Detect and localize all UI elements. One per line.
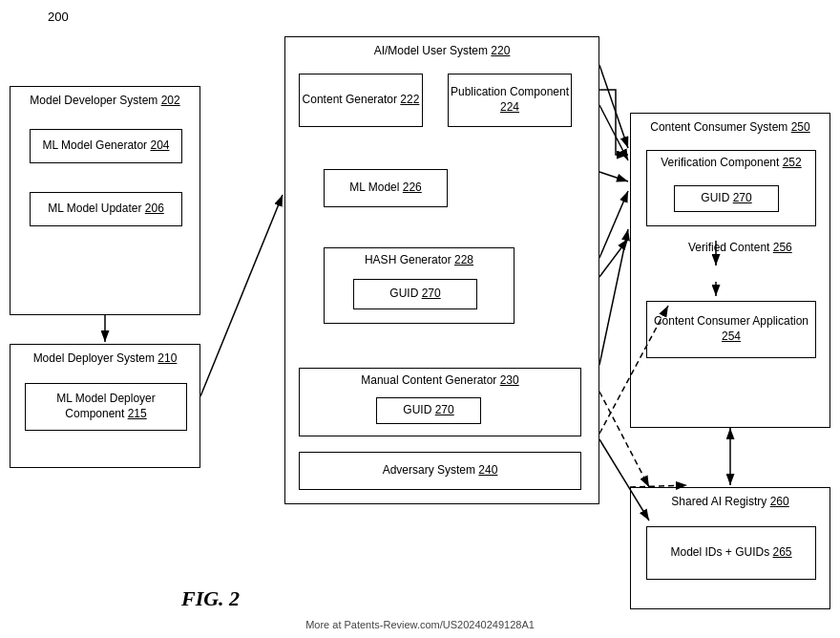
ml-model-updater-label: ML Model Updater 206	[48, 202, 164, 217]
ml-model-box: ML Model 226	[324, 169, 448, 207]
guid-verification-label: GUID 270	[701, 191, 751, 206]
verified-content-label: Verified Content 256	[688, 240, 792, 256]
model-ids-guids-label: Model IDs + GUIDs 265	[670, 545, 791, 561]
content-consumer-system-label: Content Consumer System 250	[650, 120, 809, 134]
guid-hash-box: GUID 270	[353, 279, 477, 309]
guid-hash-label: GUID 270	[389, 287, 440, 302]
svg-line-8	[599, 229, 628, 365]
hash-generator-label: HASH Generator 228	[365, 253, 473, 266]
publication-component-label: Publication Component 224	[449, 85, 571, 115]
content-consumer-system-box: Content Consumer System 250 Verification…	[630, 113, 830, 428]
verification-component-box: Verification Component 252 GUID 270	[646, 150, 816, 226]
svg-line-4	[200, 195, 283, 396]
publication-component-box: Publication Component 224	[448, 74, 572, 127]
svg-line-5	[599, 105, 628, 160]
fig-label: FIG. 2	[181, 586, 240, 611]
manual-content-generator-label: Manual Content Generator 230	[361, 373, 518, 387]
svg-line-6	[599, 172, 628, 181]
svg-line-14	[599, 239, 628, 277]
verification-component-label: Verification Component 252	[661, 156, 801, 169]
guid-manual-label: GUID 270	[403, 403, 453, 418]
model-developer-system-label: Model Developer System 202	[30, 94, 179, 107]
watermark: More at Patents-Review.com/US20240249128…	[0, 619, 840, 630]
adversary-system-box: Adversary System 240	[299, 452, 581, 490]
guid-verification-box: GUID 270	[674, 185, 779, 212]
adversary-system-label: Adversary System 240	[383, 463, 498, 478]
ml-model-label: ML Model 226	[349, 181, 422, 196]
diagram-container: 200 Model Developer System 202 ML Model …	[0, 0, 840, 638]
ml-model-deployer-component-label: ML Model Deployer Component 215	[26, 392, 186, 421]
content-generator-box: Content Generator 222	[299, 74, 423, 127]
ml-model-updater-box: ML Model Updater 206	[30, 192, 182, 226]
manual-content-generator-box: Manual Content Generator 230 GUID 270	[299, 368, 581, 436]
content-consumer-app-label: Content Consumer Application 254	[647, 314, 815, 344]
model-deployer-system-label: Model Deployer System 210	[33, 351, 178, 365]
ml-model-generator-label: ML Model Generator 204	[43, 138, 170, 154]
ai-model-user-system-label: AI/Model User System 220	[374, 44, 511, 57]
guid-manual-box: GUID 270	[376, 397, 481, 424]
ml-model-deployer-component-box: ML Model Deployer Component 215	[25, 383, 187, 431]
content-consumer-app-box: Content Consumer Application 254	[646, 301, 816, 358]
shared-ai-registry-label: Shared AI Registry 260	[671, 495, 788, 508]
diagram-number: 200	[48, 10, 69, 24]
model-developer-system-box: Model Developer System 202 ML Model Gene…	[10, 86, 200, 315]
hash-generator-box: HASH Generator 228 GUID 270	[324, 247, 514, 324]
shared-ai-registry-box: Shared AI Registry 260 Model IDs + GUIDs…	[630, 487, 830, 609]
svg-line-13	[599, 65, 628, 148]
ai-model-user-system-box: AI/Model User System 220 Content Generat…	[284, 36, 599, 504]
content-generator-label: Content Generator 222	[303, 93, 420, 108]
ml-model-generator-box: ML Model Generator 204	[30, 129, 182, 163]
model-developer-system-number: 202	[161, 94, 180, 107]
model-deployer-system-box: Model Deployer System 210 ML Model Deplo…	[10, 344, 200, 468]
svg-line-7	[599, 191, 628, 258]
model-ids-guids-box: Model IDs + GUIDs 265	[646, 526, 816, 580]
